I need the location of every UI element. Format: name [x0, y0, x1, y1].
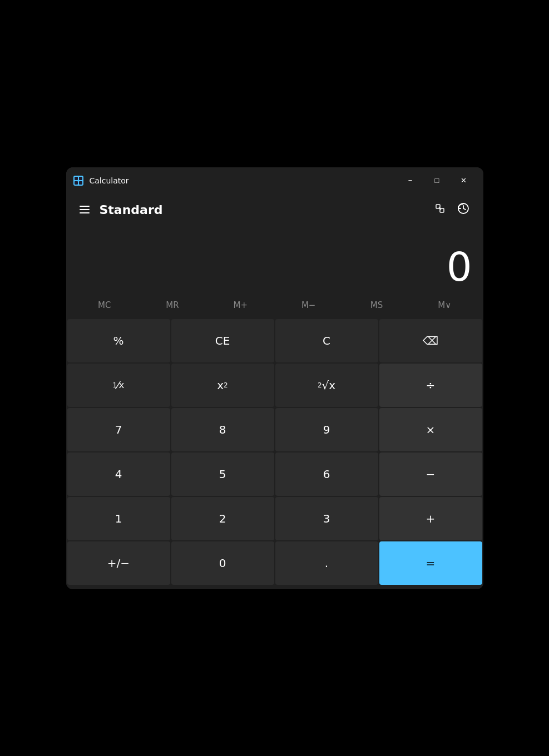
multiply-button[interactable]: ×	[379, 408, 482, 451]
reciprocal-button[interactable]: 1⁄x	[67, 364, 170, 407]
svg-rect-3	[75, 181, 78, 185]
three-button[interactable]: 3	[275, 497, 378, 540]
one-button[interactable]: 1	[67, 497, 170, 540]
memory-row: MC MR M+ M− MS M∨	[66, 292, 483, 318]
svg-rect-2	[79, 177, 82, 180]
hamburger-line-2	[80, 209, 90, 210]
menu-button[interactable]	[75, 201, 94, 218]
six-button[interactable]: 6	[275, 452, 378, 496]
memory-minus-button[interactable]: M−	[274, 295, 342, 316]
seven-button[interactable]: 7	[67, 408, 170, 451]
percent-button[interactable]: %	[67, 319, 170, 362]
add-button[interactable]: +	[379, 497, 482, 540]
hamburger-line-3	[80, 212, 90, 213]
two-button[interactable]: 2	[171, 497, 274, 540]
memory-plus-button[interactable]: M+	[206, 295, 274, 316]
backspace-button[interactable]: ⌫	[379, 319, 482, 362]
clear-entry-button[interactable]: CE	[171, 319, 274, 362]
square-button[interactable]: x2	[171, 364, 274, 407]
memory-clear-button[interactable]: MC	[71, 295, 139, 316]
minimize-button[interactable]: −	[398, 172, 423, 190]
nine-button[interactable]: 9	[275, 408, 378, 451]
clear-button[interactable]: C	[275, 319, 378, 362]
display-value: 0	[447, 247, 472, 287]
five-button[interactable]: 5	[171, 452, 274, 496]
zero-button[interactable]: 0	[171, 541, 274, 585]
four-button[interactable]: 4	[67, 452, 170, 496]
eight-button[interactable]: 8	[171, 408, 274, 451]
close-button[interactable]: ✕	[451, 172, 477, 190]
keep-on-top-button[interactable]	[430, 198, 450, 221]
sqrt-button[interactable]: 2√x	[275, 364, 378, 407]
negate-button[interactable]: +/−	[67, 541, 170, 585]
window-title: Calculator	[90, 176, 392, 185]
window-controls: − □ ✕	[398, 172, 477, 190]
subtract-button[interactable]: −	[379, 452, 482, 496]
button-grid: % CE C ⌫ 1⁄x x2 2√x ÷ 7 8 9 × 4 5 6 − 1 …	[66, 318, 483, 589]
app-icon	[73, 175, 84, 186]
title-bar: Calculator − □ ✕	[66, 167, 483, 194]
maximize-button[interactable]: □	[424, 172, 450, 190]
divide-button[interactable]: ÷	[379, 364, 482, 407]
history-button[interactable]	[452, 197, 474, 222]
calculator-window: Calculator − □ ✕ Standard	[66, 167, 483, 589]
app-header: Standard	[66, 194, 483, 226]
svg-rect-4	[79, 181, 82, 185]
equals-button[interactable]: =	[379, 541, 482, 585]
display-area: 0	[66, 226, 483, 292]
svg-rect-1	[75, 177, 78, 180]
hamburger-line-1	[80, 206, 90, 207]
memory-store-button[interactable]: MS	[343, 295, 410, 316]
memory-recall-button[interactable]: MR	[139, 295, 206, 316]
memory-dropdown-button[interactable]: M∨	[410, 295, 478, 316]
mode-title: Standard	[100, 203, 430, 217]
decimal-button[interactable]: .	[275, 541, 378, 585]
